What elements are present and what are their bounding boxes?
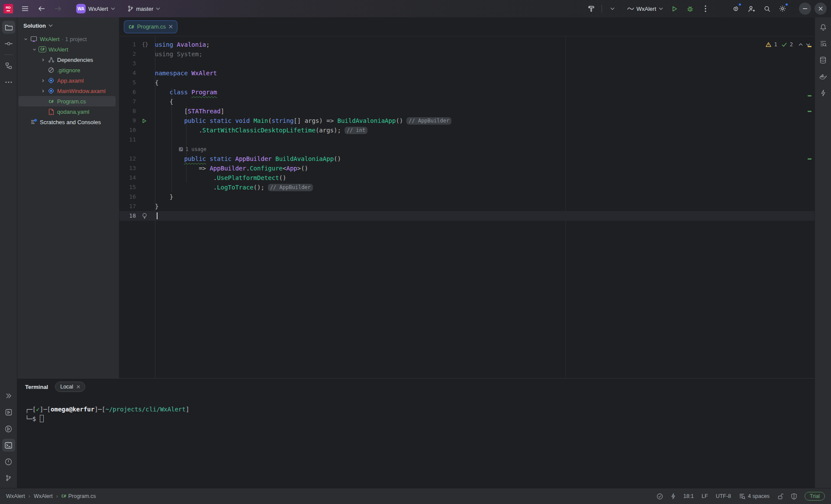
profiler-toolwindow-button[interactable]: [817, 87, 830, 100]
back-button[interactable]: [35, 3, 48, 15]
version-control-toolwindow-button[interactable]: [2, 472, 15, 485]
code-line[interactable]: 3: [119, 59, 815, 68]
readonly-toggle[interactable]: [777, 493, 783, 500]
forward-button[interactable]: [52, 3, 64, 15]
build-options-chevron[interactable]: [606, 3, 618, 15]
chevron-right-icon[interactable]: [39, 58, 47, 62]
indent-widget[interactable]: 4 spaces: [739, 493, 770, 500]
prev-problem-chevron-icon[interactable]: [799, 43, 803, 46]
line-number[interactable]: 11: [119, 135, 140, 144]
ai-assistant-button[interactable]: [730, 3, 742, 15]
code-line[interactable]: 13 => AppBuilder.Configure<App>(): [119, 164, 815, 173]
docker-toolwindow-button[interactable]: [817, 70, 830, 83]
chevron-right-icon[interactable]: [39, 89, 47, 93]
tree-item-app-axaml[interactable]: App.axaml: [17, 75, 119, 86]
hidden-toolwindows-button[interactable]: [2, 389, 15, 402]
usages-hint[interactable]: 1 usage: [179, 144, 206, 154]
terminal-toolwindow-button[interactable]: [2, 439, 15, 452]
code-line[interactable]: 7 {: [119, 97, 815, 106]
tree-item-wxalert[interactable]: C#WxAlert: [17, 44, 119, 55]
line-number[interactable]: 4: [119, 68, 140, 78]
chevron-right-icon[interactable]: [39, 78, 47, 83]
breadcrumb-item[interactable]: C#Program.cs: [61, 493, 96, 499]
line-number[interactable]: 5: [119, 78, 140, 87]
code-line[interactable]: 4namespace WxAlert: [119, 68, 815, 78]
search-everywhere-button[interactable]: [761, 3, 773, 15]
tree-item-mainwindow-axaml[interactable]: MainWindow.axaml: [17, 86, 119, 96]
code-editor[interactable]: 1{}using Avalonia;2using System;34namesp…: [119, 36, 815, 378]
code-line[interactable]: 8 [STAThread]: [119, 106, 815, 116]
run-button[interactable]: [668, 3, 680, 15]
settings-button[interactable]: [776, 3, 789, 15]
notifications-button[interactable]: [817, 21, 830, 34]
line-number[interactable]: 15: [119, 183, 140, 192]
debug-button[interactable]: [684, 3, 696, 15]
suggestion-stripe-mark[interactable]: [808, 158, 812, 160]
build-button[interactable]: [585, 3, 597, 15]
suggestion-stripe-mark[interactable]: [808, 95, 812, 96]
line-number[interactable]: 14: [119, 173, 140, 183]
close-window-button[interactable]: [815, 3, 827, 15]
code-line[interactable]: 6 class Program: [119, 87, 815, 97]
inspections-widget[interactable]: 1 2: [766, 40, 810, 49]
warning-stripe-mark[interactable]: [808, 46, 812, 47]
tree-item-program-cs[interactable]: C#Program.cs: [17, 96, 119, 106]
inspections-ok-indicator[interactable]: [657, 493, 663, 500]
more-toolwindows-button[interactable]: [2, 76, 15, 89]
line-number[interactable]: 1: [119, 40, 140, 49]
line-number[interactable]: 6: [119, 87, 140, 97]
services-toolwindow-button[interactable]: [2, 406, 15, 419]
code-with-me-button[interactable]: [745, 3, 757, 15]
suggestion-stripe-mark[interactable]: [808, 111, 812, 112]
line-number[interactable]: 16: [119, 192, 140, 202]
code-line[interactable]: 11: [119, 135, 815, 144]
more-actions-button[interactable]: [699, 3, 712, 15]
code-line[interactable]: 12 public static AppBuilder BuildAvaloni…: [119, 154, 815, 164]
tree-item-qodana-yaml[interactable]: qodana.yaml: [17, 106, 119, 117]
solution-explorer-toolwindow-button[interactable]: [2, 21, 15, 34]
structure-toolwindow-button[interactable]: [2, 59, 15, 72]
terminal-output[interactable]: ┌─[✓]─[omega@kerfur]─[~/projects/cli/WxA…: [17, 395, 815, 424]
code-line[interactable]: 9 public static void Main(string[] args)…: [119, 116, 815, 125]
power-save-indicator[interactable]: [671, 493, 676, 499]
line-number[interactable]: 10: [119, 125, 140, 135]
vcs-branch-widget[interactable]: master: [126, 3, 162, 15]
intention-bulb-icon[interactable]: [142, 213, 147, 219]
line-number[interactable]: 17: [119, 202, 140, 211]
breadcrumb-item[interactable]: WxAlert: [34, 493, 53, 499]
chevron-down-icon[interactable]: [48, 24, 53, 27]
code-line[interactable]: 18: [119, 211, 815, 221]
license-trial-badge[interactable]: Trial: [805, 492, 825, 501]
line-number[interactable]: 12: [119, 154, 140, 164]
tree-item-dependencies[interactable]: Dependencies: [17, 55, 119, 65]
encoding-widget[interactable]: UTF-8: [716, 493, 731, 499]
commit-toolwindow-button[interactable]: [2, 37, 15, 50]
run-configuration-widget[interactable]: WxAlert: [625, 3, 665, 15]
tab-program-cs[interactable]: C# Program.cs: [124, 20, 177, 33]
find-toolwindow-button[interactable]: [817, 37, 830, 50]
database-toolwindow-button[interactable]: [817, 54, 830, 67]
project-widget[interactable]: WA WxAlert: [74, 3, 117, 15]
line-number[interactable]: 9: [119, 116, 140, 125]
problems-toolwindow-button[interactable]: [2, 455, 15, 468]
terminal-tab-local[interactable]: Local: [55, 382, 85, 392]
code-line[interactable]: 10 .StartWithClassicDesktopLifetime(args…: [119, 125, 815, 135]
code-line[interactable]: 14 .UsePlatformDetect(): [119, 173, 815, 183]
chevron-down-icon[interactable]: [22, 37, 29, 42]
line-separator-widget[interactable]: LF: [702, 493, 708, 499]
main-menu-button[interactable]: [19, 3, 31, 15]
code-line[interactable]: 15 .LogToTrace();// AppBuilder: [119, 183, 815, 192]
line-number[interactable]: 18: [119, 211, 140, 221]
tab-close-icon[interactable]: [77, 385, 80, 388]
line-number[interactable]: 2: [119, 49, 140, 59]
run-gutter-icon[interactable]: [142, 119, 147, 123]
code-line[interactable]: 17}: [119, 202, 815, 211]
minimize-window-button[interactable]: [799, 3, 811, 15]
chevron-down-icon[interactable]: [30, 47, 38, 52]
line-number[interactable]: 13: [119, 164, 140, 173]
tree-item-wxalert[interactable]: WxAlert· 1 project: [17, 34, 119, 44]
tab-close-icon[interactable]: [169, 25, 173, 29]
security-shield-indicator[interactable]: [791, 493, 797, 500]
tree-item-scratches-and-consoles[interactable]: Scratches and Consoles: [17, 117, 119, 127]
code-line[interactable]: 1{}using Avalonia;: [119, 40, 815, 49]
